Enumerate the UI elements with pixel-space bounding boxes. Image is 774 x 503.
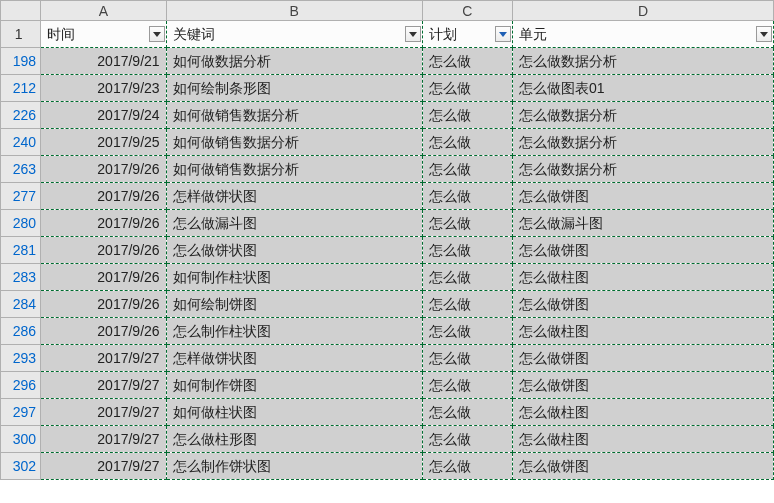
row-number[interactable]: 293	[1, 345, 41, 372]
cell-B[interactable]: 怎样做饼状图	[166, 345, 422, 372]
row-number[interactable]: 263	[1, 156, 41, 183]
cell-A[interactable]: 2017/9/26	[41, 210, 166, 237]
select-all-corner[interactable]	[1, 1, 41, 21]
cell-A[interactable]: 2017/9/21	[41, 48, 166, 75]
cell-B[interactable]: 怎么做饼状图	[166, 237, 422, 264]
cell-B[interactable]: 如何做销售数据分析	[166, 156, 422, 183]
row-number[interactable]: 286	[1, 318, 41, 345]
cell-B[interactable]: 怎么制作柱状图	[166, 318, 422, 345]
row-number[interactable]: 284	[1, 291, 41, 318]
cell-C[interactable]: 怎么做	[422, 183, 512, 210]
cell-A[interactable]: 2017/9/26	[41, 264, 166, 291]
column-header-B[interactable]: B	[166, 1, 422, 21]
cell-A[interactable]: 2017/9/26	[41, 156, 166, 183]
cell-A[interactable]: 2017/9/27	[41, 426, 166, 453]
column-header-D[interactable]: D	[512, 1, 773, 21]
table-row: 1982017/9/21如何做数据分析怎么做怎么做数据分析	[1, 48, 774, 75]
cell-C[interactable]: 怎么做	[422, 453, 512, 480]
cell-C[interactable]: 怎么做	[422, 399, 512, 426]
cell-C[interactable]: 怎么做	[422, 264, 512, 291]
header-cell-unit[interactable]: 单元	[512, 21, 773, 48]
row-number[interactable]: 296	[1, 372, 41, 399]
row-number[interactable]: 212	[1, 75, 41, 102]
cell-D[interactable]: 怎么做饼图	[512, 291, 773, 318]
cell-D[interactable]: 怎么做饼图	[512, 183, 773, 210]
cell-D[interactable]: 怎么做柱图	[512, 264, 773, 291]
cell-B[interactable]: 如何绘制饼图	[166, 291, 422, 318]
row-number[interactable]: 277	[1, 183, 41, 210]
cell-C[interactable]: 怎么做	[422, 318, 512, 345]
cell-A[interactable]: 2017/9/27	[41, 345, 166, 372]
header-row: 1 时间 关键词 计划 单元	[1, 21, 774, 48]
row-number[interactable]: 302	[1, 453, 41, 480]
cell-B[interactable]: 怎么制作饼状图	[166, 453, 422, 480]
column-header-C[interactable]: C	[422, 1, 512, 21]
cell-A[interactable]: 2017/9/27	[41, 372, 166, 399]
cell-D[interactable]: 怎么做数据分析	[512, 129, 773, 156]
cell-A[interactable]: 2017/9/26	[41, 183, 166, 210]
table-row: 2122017/9/23如何绘制条形图怎么做怎么做图表01	[1, 75, 774, 102]
filter-button-A[interactable]	[149, 26, 165, 42]
cell-C[interactable]: 怎么做	[422, 156, 512, 183]
cell-D[interactable]: 怎么做饼图	[512, 453, 773, 480]
cell-C[interactable]: 怎么做	[422, 210, 512, 237]
cell-C[interactable]: 怎么做	[422, 426, 512, 453]
cell-B[interactable]: 如何做数据分析	[166, 48, 422, 75]
header-cell-plan[interactable]: 计划	[422, 21, 512, 48]
table-row: 2962017/9/27如何制作饼图怎么做怎么做饼图	[1, 372, 774, 399]
cell-C[interactable]: 怎么做	[422, 129, 512, 156]
cell-A[interactable]: 2017/9/23	[41, 75, 166, 102]
cell-B[interactable]: 如何做销售数据分析	[166, 129, 422, 156]
row-number[interactable]: 281	[1, 237, 41, 264]
row-number[interactable]: 226	[1, 102, 41, 129]
cell-C[interactable]: 怎么做	[422, 237, 512, 264]
cell-D[interactable]: 怎么做柱图	[512, 399, 773, 426]
header-cell-keyword[interactable]: 关键词	[166, 21, 422, 48]
cell-C[interactable]: 怎么做	[422, 372, 512, 399]
cell-A[interactable]: 2017/9/27	[41, 399, 166, 426]
filter-button-D[interactable]	[756, 26, 772, 42]
row-number[interactable]: 283	[1, 264, 41, 291]
chevron-down-icon	[409, 32, 417, 37]
cell-D[interactable]: 怎么做数据分析	[512, 102, 773, 129]
cell-A[interactable]: 2017/9/24	[41, 102, 166, 129]
cell-C[interactable]: 怎么做	[422, 291, 512, 318]
cell-D[interactable]: 怎么做图表01	[512, 75, 773, 102]
cell-C[interactable]: 怎么做	[422, 75, 512, 102]
row-number[interactable]: 198	[1, 48, 41, 75]
cell-A[interactable]: 2017/9/26	[41, 318, 166, 345]
filter-button-C[interactable]	[495, 26, 511, 42]
cell-B[interactable]: 如何制作饼图	[166, 372, 422, 399]
row-number[interactable]: 280	[1, 210, 41, 237]
row-number[interactable]: 297	[1, 399, 41, 426]
cell-D[interactable]: 怎么做饼图	[512, 237, 773, 264]
cell-D[interactable]: 怎么做饼图	[512, 345, 773, 372]
column-header-A[interactable]: A	[41, 1, 166, 21]
cell-C[interactable]: 怎么做	[422, 48, 512, 75]
cell-A[interactable]: 2017/9/26	[41, 237, 166, 264]
cell-B[interactable]: 如何做销售数据分析	[166, 102, 422, 129]
cell-D[interactable]: 怎么做漏斗图	[512, 210, 773, 237]
cell-D[interactable]: 怎么做数据分析	[512, 48, 773, 75]
cell-B[interactable]: 如何做柱状图	[166, 399, 422, 426]
row-number[interactable]: 300	[1, 426, 41, 453]
cell-C[interactable]: 怎么做	[422, 345, 512, 372]
cell-A[interactable]: 2017/9/25	[41, 129, 166, 156]
cell-D[interactable]: 怎么做柱图	[512, 426, 773, 453]
cell-B[interactable]: 如何绘制条形图	[166, 75, 422, 102]
filter-button-B[interactable]	[405, 26, 421, 42]
cell-A[interactable]: 2017/9/26	[41, 291, 166, 318]
row-number[interactable]: 1	[1, 21, 41, 48]
cell-B[interactable]: 怎样做饼状图	[166, 183, 422, 210]
cell-D[interactable]: 怎么做数据分析	[512, 156, 773, 183]
spreadsheet-grid[interactable]: A B C D 1 时间 关键词 计划 单元 1982017/9/21如何做数据…	[0, 0, 774, 480]
cell-B[interactable]: 怎么做漏斗图	[166, 210, 422, 237]
header-cell-time[interactable]: 时间	[41, 21, 166, 48]
cell-D[interactable]: 怎么做柱图	[512, 318, 773, 345]
row-number[interactable]: 240	[1, 129, 41, 156]
cell-A[interactable]: 2017/9/27	[41, 453, 166, 480]
cell-B[interactable]: 怎么做柱形图	[166, 426, 422, 453]
cell-D[interactable]: 怎么做饼图	[512, 372, 773, 399]
cell-C[interactable]: 怎么做	[422, 102, 512, 129]
cell-B[interactable]: 如何制作柱状图	[166, 264, 422, 291]
